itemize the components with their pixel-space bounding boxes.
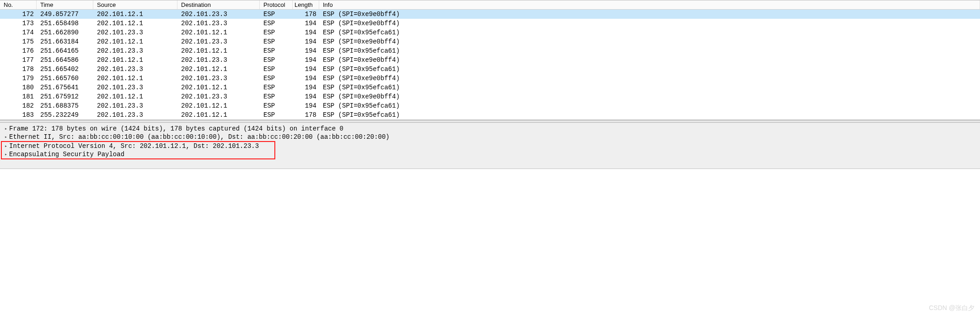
cell-no: 180 [0,83,37,92]
cell-no: 183 [0,110,37,120]
cell-dest: 202.101.23.3 [177,74,260,83]
cell-time: 255.232249 [37,110,93,120]
cell-info: ESP (SPI=0x95efca61) [319,110,980,120]
cell-dest: 202.101.12.1 [177,101,260,110]
cell-time: 251.663184 [37,37,93,46]
cell-length: 194 [293,74,319,83]
cell-time: 251.658498 [37,19,93,28]
detail-esp-text: Encapsulating Security Payload [9,151,124,158]
cell-proto: ESP [260,37,293,46]
cell-dest: 202.101.23.3 [177,55,260,65]
cell-no: 179 [0,74,37,83]
packet-row[interactable]: 182251.688375202.101.23.3202.101.12.1ESP… [0,101,980,110]
cell-length: 194 [293,92,319,101]
cell-time: 251.664586 [37,55,93,65]
packet-list-pane[interactable]: No. Time Source Destination Protocol Len… [0,0,980,120]
cell-proto: ESP [260,65,293,74]
cell-no: 178 [0,65,37,74]
cell-info: ESP (SPI=0xe9e0bff4) [319,10,980,19]
cell-no: 181 [0,92,37,101]
packet-row[interactable]: 177251.664586202.101.12.1202.101.23.3ESP… [0,55,980,65]
cell-proto: ESP [260,110,293,120]
cell-source: 202.101.23.3 [93,110,177,120]
packet-row[interactable]: 181251.675912202.101.12.1202.101.23.3ESP… [0,92,980,101]
chevron-right-icon[interactable]: ▸ [3,152,9,157]
packet-row[interactable]: 173251.658498202.101.12.1202.101.23.3ESP… [0,19,980,28]
cell-source: 202.101.12.1 [93,92,177,101]
cell-dest: 202.101.23.3 [177,37,260,46]
cell-info: ESP (SPI=0xe9e0bff4) [319,19,980,28]
cell-length: 178 [293,10,319,19]
cell-dest: 202.101.23.3 [177,19,260,28]
col-header-info[interactable]: Info [319,0,980,9]
cell-source: 202.101.12.1 [93,55,177,65]
packet-row[interactable]: 180251.675641202.101.23.3202.101.12.1ESP… [0,83,980,92]
detail-frame[interactable]: ▸ Frame 172: 178 bytes on wire (1424 bit… [0,125,980,133]
cell-source: 202.101.23.3 [93,28,177,37]
cell-length: 194 [293,46,319,55]
cell-no: 176 [0,46,37,55]
cell-proto: ESP [260,92,293,101]
packet-row[interactable]: 174251.662890202.101.23.3202.101.12.1ESP… [0,28,980,37]
col-header-destination[interactable]: Destination [177,0,260,9]
cell-length: 178 [293,110,319,120]
cell-dest: 202.101.23.3 [177,10,260,19]
cell-length: 194 [293,19,319,28]
cell-info: ESP (SPI=0x95efca61) [319,83,980,92]
cell-dest: 202.101.12.1 [177,110,260,120]
cell-time: 251.665402 [37,65,93,74]
cell-dest: 202.101.12.1 [177,83,260,92]
detail-frame-text: Frame 172: 178 bytes on wire (1424 bits)… [9,125,343,132]
cell-no: 177 [0,55,37,65]
cell-info: ESP (SPI=0xe9e0bff4) [319,74,980,83]
cell-time: 251.675641 [37,83,93,92]
col-header-time[interactable]: Time [37,0,93,9]
cell-info: ESP (SPI=0xe9e0bff4) [319,92,980,101]
packet-row[interactable]: 179251.665760202.101.12.1202.101.23.3ESP… [0,74,980,83]
packet-row[interactable]: 172249.857277202.101.12.1202.101.23.3ESP… [0,10,980,19]
cell-proto: ESP [260,83,293,92]
cell-proto: ESP [260,101,293,110]
cell-source: 202.101.23.3 [93,83,177,92]
cell-length: 194 [293,65,319,74]
detail-esp[interactable]: ▸ Encapsulating Security Payload [2,150,274,158]
column-headers: No. Time Source Destination Protocol Len… [0,0,980,10]
chevron-right-icon[interactable]: ▸ [3,134,9,140]
cell-time: 251.665760 [37,74,93,83]
packet-row[interactable]: 178251.665402202.101.23.3202.101.12.1ESP… [0,65,980,74]
packet-details-pane[interactable]: ▸ Frame 172: 178 bytes on wire (1424 bit… [0,123,980,169]
detail-ethernet-text: Ethernet II, Src: aa:bb:cc:00:10:00 (aa:… [9,133,390,141]
cell-source: 202.101.12.1 [93,37,177,46]
cell-dest: 202.101.23.3 [177,92,260,101]
cell-length: 194 [293,83,319,92]
cell-length: 194 [293,55,319,65]
chevron-right-icon[interactable]: ▸ [3,143,9,149]
cell-length: 194 [293,28,319,37]
col-header-source[interactable]: Source [93,0,177,9]
cell-proto: ESP [260,46,293,55]
packet-row[interactable]: 175251.663184202.101.12.1202.101.23.3ESP… [0,37,980,46]
packet-bytes-pane[interactable] [0,169,980,311]
packet-row[interactable]: 183255.232249202.101.23.3202.101.12.1ESP… [0,110,980,120]
cell-proto: ESP [260,10,293,19]
cell-dest: 202.101.12.1 [177,46,260,55]
cell-info: ESP (SPI=0xe9e0bff4) [319,55,980,65]
cell-time: 249.857277 [37,10,93,19]
cell-time: 251.675912 [37,92,93,101]
col-header-no[interactable]: No. [0,0,37,9]
cell-dest: 202.101.12.1 [177,28,260,37]
detail-ethernet[interactable]: ▸ Ethernet II, Src: aa:bb:cc:00:10:00 (a… [0,133,980,141]
detail-ip[interactable]: ▸ Internet Protocol Version 4, Src: 202.… [2,142,274,150]
cell-info: ESP (SPI=0x95efca61) [319,101,980,110]
cell-proto: ESP [260,28,293,37]
chevron-right-icon[interactable]: ▸ [3,126,9,131]
col-header-protocol[interactable]: Protocol [260,0,293,9]
packet-row[interactable]: 176251.664165202.101.23.3202.101.12.1ESP… [0,46,980,55]
cell-no: 174 [0,28,37,37]
cell-info: ESP (SPI=0x95efca61) [319,28,980,37]
cell-no: 182 [0,101,37,110]
cell-source: 202.101.23.3 [93,65,177,74]
col-header-length[interactable]: Length [293,0,319,9]
cell-source: 202.101.12.1 [93,19,177,28]
cell-proto: ESP [260,74,293,83]
